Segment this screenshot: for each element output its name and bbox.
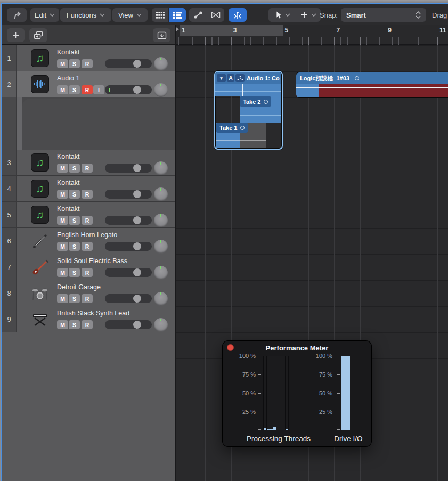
bar-ruler[interactable]: 1 3 5 7 9 11 [176, 25, 448, 45]
comp-region-body[interactable] [215, 84, 281, 96]
volume-slider-thumb[interactable] [133, 86, 141, 94]
pan-knob[interactable] [154, 292, 168, 306]
take-circle-icon[interactable] [264, 100, 268, 104]
pan-knob[interactable] [154, 240, 168, 254]
functions-menu-button[interactable]: Functions [60, 8, 111, 22]
catch-playhead-button[interactable] [229, 8, 247, 22]
solo-button[interactable]: S [69, 242, 80, 251]
snap-select[interactable]: Smart [341, 8, 426, 22]
solo-button[interactable]: S [69, 216, 80, 225]
volume-slider-thumb[interactable] [133, 190, 141, 198]
volume-slider-thumb[interactable] [133, 216, 141, 224]
record-enable-button[interactable]: R [82, 294, 93, 303]
take-lanes-header-area[interactable] [2, 97, 175, 150]
pan-knob[interactable] [154, 266, 168, 280]
volume-slider[interactable] [105, 59, 152, 68]
volume-slider-thumb[interactable] [133, 268, 141, 276]
volume-slider[interactable] [105, 164, 152, 173]
take-circle-icon[interactable] [355, 76, 359, 80]
solo-button[interactable]: S [69, 268, 80, 277]
track-header-3[interactable]: 3 ♫ Kontakt M S R [2, 150, 175, 176]
audio-region[interactable]: Logic預設檔_1#03 [296, 72, 448, 97]
input-monitor-button[interactable]: I [93, 85, 104, 94]
edit-menu-button[interactable]: Edit [30, 8, 59, 22]
record-enable-button[interactable]: R [82, 268, 93, 277]
track-header-config-button[interactable] [153, 28, 170, 42]
mute-button[interactable]: M [57, 85, 68, 94]
nudge-up-button[interactable] [7, 8, 27, 22]
record-enable-button[interactable]: R [82, 164, 93, 173]
take-2-label-chip[interactable]: Take 2 [240, 96, 271, 107]
volume-slider-thumb[interactable] [133, 321, 141, 329]
mute-button[interactable]: M [57, 59, 68, 68]
solo-button[interactable]: S [69, 320, 80, 329]
comp-section-divider[interactable] [242, 84, 243, 97]
mute-button[interactable]: M [57, 242, 68, 251]
pan-knob[interactable] [154, 214, 168, 227]
record-enable-button[interactable]: R [82, 190, 93, 199]
track-header-6[interactable]: 6 English Horn Legato M S R [2, 228, 175, 254]
pan-knob[interactable] [154, 187, 168, 201]
record-enable-button[interactable]: R [82, 216, 93, 225]
performance-meter-window[interactable]: Performance Meter 100 % 75 % 50 % 25 % 1… [223, 341, 371, 446]
volume-slider[interactable] [105, 320, 152, 329]
disclosure-triangle-icon[interactable]: ▼ [217, 74, 226, 82]
comp-dots-icon[interactable] [235, 74, 245, 82]
take-folder-region[interactable]: ▼ A Audio 1: Co Take 2 [214, 71, 283, 150]
volume-slider-thumb[interactable] [133, 295, 141, 303]
record-enable-button[interactable]: R [82, 242, 93, 251]
solo-button[interactable]: S [69, 164, 80, 173]
track-header-4[interactable]: 4 ♫ Kontakt M S R [2, 176, 175, 202]
record-enable-button[interactable]: R [82, 85, 93, 94]
volume-slider[interactable] [105, 242, 152, 251]
volume-slider[interactable] [105, 216, 152, 225]
take-folder-header[interactable]: ▼ A Audio 1: Co [215, 72, 281, 84]
view-menu-button[interactable]: View [112, 8, 148, 22]
mute-button[interactable]: M [57, 190, 68, 199]
volume-slider-thumb[interactable] [133, 242, 141, 250]
crossfade-button[interactable] [207, 8, 224, 22]
audio-region-header[interactable]: Logic預設檔_1#03 [296, 72, 448, 84]
audio-region-body[interactable] [296, 84, 448, 97]
volume-slider[interactable] [105, 294, 152, 303]
take-1-region[interactable]: Take 1 [216, 123, 266, 148]
pan-knob[interactable] [154, 161, 168, 175]
track-header-7[interactable]: 7 Solid Soul Electric Bass M S R [2, 254, 175, 280]
volume-slider[interactable] [105, 85, 152, 94]
mute-button[interactable]: M [57, 268, 68, 277]
volume-slider-thumb[interactable] [133, 164, 141, 172]
take-1-label-chip[interactable]: Take 1 [216, 123, 248, 133]
automation-node-button[interactable] [189, 8, 207, 22]
track-header-1[interactable]: 1 ♫ Kontakt M S R [2, 45, 175, 71]
add-track-button[interactable] [7, 28, 25, 42]
mute-button[interactable]: M [57, 320, 68, 329]
mute-button[interactable]: M [57, 294, 68, 303]
track-header-9[interactable]: 9 British Stack Synth Lead M S R [2, 306, 175, 332]
solo-button[interactable]: S [69, 59, 80, 68]
pan-knob[interactable] [154, 318, 168, 332]
solo-button[interactable]: S [69, 85, 80, 94]
pointer-tool-button[interactable] [268, 8, 296, 22]
duplicate-track-button[interactable] [29, 28, 47, 42]
track-header-2[interactable]: 2 Audio 1 M S R I [2, 71, 175, 97]
mute-button[interactable]: M [57, 164, 68, 173]
solo-button[interactable]: S [69, 190, 80, 199]
mute-button[interactable]: M [57, 216, 68, 225]
pan-knob[interactable] [154, 83, 168, 97]
take-circle-icon[interactable] [240, 126, 245, 130]
pan-knob[interactable] [154, 57, 168, 71]
volume-slider[interactable] [105, 268, 152, 277]
plus-tool-button[interactable] [296, 8, 321, 22]
grid-view-button[interactable] [152, 8, 168, 22]
volume-slider-thumb[interactable] [133, 60, 141, 68]
record-enable-button[interactable]: R [82, 320, 93, 329]
solo-button[interactable]: S [69, 294, 80, 303]
record-enable-button[interactable]: R [82, 59, 93, 68]
arrange-area[interactable]: ▼ A Audio 1: Co Take 2 [176, 45, 448, 481]
list-view-button[interactable] [169, 8, 186, 22]
track-header-5[interactable]: 5 ♫ Kontakt M S R [2, 202, 175, 228]
volume-slider[interactable] [105, 190, 152, 199]
take-autoselect-button[interactable]: A [227, 74, 234, 82]
track-header-8[interactable]: 8 Detroit Garage M S R [2, 280, 175, 306]
take-2-region[interactable]: Take 2 [240, 96, 281, 123]
